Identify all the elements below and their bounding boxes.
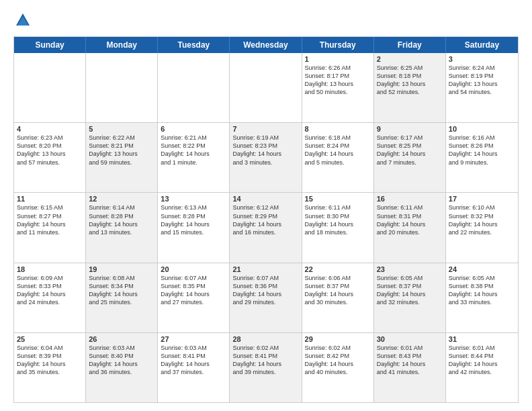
calendar-row-1: 1Sunrise: 6:26 AM Sunset: 8:17 PM Daylig… — [14, 53, 518, 123]
day-info: Sunrise: 6:01 AM Sunset: 8:43 PM Dayligh… — [377, 344, 443, 377]
calendar: SundayMondayTuesdayWednesdayThursdayFrid… — [13, 36, 519, 403]
day-number: 30 — [377, 335, 443, 343]
day-info: Sunrise: 6:04 AM Sunset: 8:39 PM Dayligh… — [17, 344, 83, 377]
day-number: 7 — [232, 125, 298, 133]
day-info: Sunrise: 6:07 AM Sunset: 8:36 PM Dayligh… — [232, 274, 298, 307]
day-number: 17 — [449, 195, 515, 203]
day-number: 6 — [161, 125, 226, 133]
day-number: 4 — [17, 125, 83, 133]
day-number: 9 — [377, 125, 443, 133]
day-number: 13 — [161, 195, 226, 203]
cal-cell-empty-0-2 — [158, 53, 230, 122]
day-info: Sunrise: 6:19 AM Sunset: 8:23 PM Dayligh… — [232, 134, 298, 167]
cal-cell-day-11: 11Sunrise: 6:15 AM Sunset: 8:27 PM Dayli… — [14, 193, 86, 262]
day-number: 1 — [305, 55, 371, 63]
day-info: Sunrise: 6:08 AM Sunset: 8:34 PM Dayligh… — [89, 274, 154, 307]
calendar-row-2: 4Sunrise: 6:23 AM Sunset: 8:20 PM Daylig… — [14, 123, 518, 193]
cal-cell-day-9: 9Sunrise: 6:17 AM Sunset: 8:25 PM Daylig… — [374, 123, 446, 192]
calendar-row-4: 18Sunrise: 6:09 AM Sunset: 8:33 PM Dayli… — [14, 263, 518, 333]
day-number: 16 — [377, 195, 443, 203]
day-info: Sunrise: 6:22 AM Sunset: 8:21 PM Dayligh… — [89, 134, 154, 167]
day-number: 27 — [161, 335, 226, 343]
cal-cell-day-25: 25Sunrise: 6:04 AM Sunset: 8:39 PM Dayli… — [14, 333, 86, 402]
day-info: Sunrise: 6:05 AM Sunset: 8:37 PM Dayligh… — [377, 274, 443, 307]
cal-cell-day-30: 30Sunrise: 6:01 AM Sunset: 8:43 PM Dayli… — [374, 333, 446, 402]
day-number: 5 — [89, 125, 154, 133]
header-day-wednesday: Wednesday — [230, 37, 302, 53]
day-info: Sunrise: 6:13 AM Sunset: 8:28 PM Dayligh… — [161, 203, 226, 236]
header-day-thursday: Thursday — [302, 37, 374, 53]
cal-cell-day-24: 24Sunrise: 6:05 AM Sunset: 8:38 PM Dayli… — [446, 263, 518, 332]
day-number: 28 — [232, 335, 298, 343]
header-day-tuesday: Tuesday — [158, 37, 230, 53]
day-info: Sunrise: 6:02 AM Sunset: 8:41 PM Dayligh… — [232, 344, 298, 377]
day-number: 3 — [449, 55, 515, 63]
cal-cell-day-22: 22Sunrise: 6:06 AM Sunset: 8:37 PM Dayli… — [302, 263, 374, 332]
day-info: Sunrise: 6:25 AM Sunset: 8:18 PM Dayligh… — [377, 64, 443, 97]
cal-cell-day-6: 6Sunrise: 6:21 AM Sunset: 8:22 PM Daylig… — [158, 123, 230, 192]
cal-cell-day-31: 31Sunrise: 6:01 AM Sunset: 8:44 PM Dayli… — [446, 333, 518, 402]
day-number: 31 — [449, 335, 515, 343]
day-number: 20 — [161, 265, 226, 273]
day-number: 8 — [305, 125, 371, 133]
cal-cell-day-12: 12Sunrise: 6:14 AM Sunset: 8:28 PM Dayli… — [86, 193, 158, 262]
cal-cell-day-7: 7Sunrise: 6:19 AM Sunset: 8:23 PM Daylig… — [230, 123, 302, 192]
cal-cell-day-4: 4Sunrise: 6:23 AM Sunset: 8:20 PM Daylig… — [14, 123, 86, 192]
cal-cell-day-28: 28Sunrise: 6:02 AM Sunset: 8:41 PM Dayli… — [230, 333, 302, 402]
day-number: 24 — [449, 265, 515, 273]
cal-cell-day-14: 14Sunrise: 6:12 AM Sunset: 8:29 PM Dayli… — [230, 193, 302, 262]
day-number: 15 — [305, 195, 371, 203]
day-number: 2 — [377, 55, 443, 63]
page: SundayMondayTuesdayWednesdayThursdayFrid… — [0, 0, 532, 411]
day-number: 29 — [305, 335, 371, 343]
header — [13, 11, 519, 30]
day-info: Sunrise: 6:07 AM Sunset: 8:35 PM Dayligh… — [161, 274, 226, 307]
day-info: Sunrise: 6:11 AM Sunset: 8:31 PM Dayligh… — [377, 203, 443, 236]
header-day-saturday: Saturday — [446, 37, 518, 53]
day-number: 21 — [232, 265, 298, 273]
cal-cell-day-5: 5Sunrise: 6:22 AM Sunset: 8:21 PM Daylig… — [86, 123, 158, 192]
day-number: 14 — [232, 195, 298, 203]
day-info: Sunrise: 6:02 AM Sunset: 8:42 PM Dayligh… — [305, 344, 371, 377]
cal-cell-day-18: 18Sunrise: 6:09 AM Sunset: 8:33 PM Dayli… — [14, 263, 86, 332]
calendar-header: SundayMondayTuesdayWednesdayThursdayFrid… — [14, 37, 518, 53]
cal-cell-day-26: 26Sunrise: 6:03 AM Sunset: 8:40 PM Dayli… — [86, 333, 158, 402]
day-number: 22 — [305, 265, 371, 273]
header-day-monday: Monday — [86, 37, 158, 53]
logo-icon — [13, 11, 32, 30]
cal-cell-day-20: 20Sunrise: 6:07 AM Sunset: 8:35 PM Dayli… — [158, 263, 230, 332]
day-info: Sunrise: 6:10 AM Sunset: 8:32 PM Dayligh… — [449, 203, 515, 236]
day-info: Sunrise: 6:06 AM Sunset: 8:37 PM Dayligh… — [305, 274, 371, 307]
cal-cell-day-23: 23Sunrise: 6:05 AM Sunset: 8:37 PM Dayli… — [374, 263, 446, 332]
day-info: Sunrise: 6:21 AM Sunset: 8:22 PM Dayligh… — [161, 134, 226, 167]
cal-cell-day-13: 13Sunrise: 6:13 AM Sunset: 8:28 PM Dayli… — [158, 193, 230, 262]
day-info: Sunrise: 6:11 AM Sunset: 8:30 PM Dayligh… — [305, 203, 371, 236]
cal-cell-empty-0-3 — [230, 53, 302, 122]
day-info: Sunrise: 6:26 AM Sunset: 8:17 PM Dayligh… — [305, 64, 371, 97]
cal-cell-empty-0-0 — [14, 53, 86, 122]
day-number: 12 — [89, 195, 154, 203]
cal-cell-day-8: 8Sunrise: 6:18 AM Sunset: 8:24 PM Daylig… — [302, 123, 374, 192]
cal-cell-day-17: 17Sunrise: 6:10 AM Sunset: 8:32 PM Dayli… — [446, 193, 518, 262]
header-day-sunday: Sunday — [14, 37, 86, 53]
day-info: Sunrise: 6:24 AM Sunset: 8:19 PM Dayligh… — [449, 64, 515, 97]
header-day-friday: Friday — [374, 37, 446, 53]
day-info: Sunrise: 6:17 AM Sunset: 8:25 PM Dayligh… — [377, 134, 443, 167]
calendar-row-5: 25Sunrise: 6:04 AM Sunset: 8:39 PM Dayli… — [14, 333, 518, 402]
day-info: Sunrise: 6:16 AM Sunset: 8:26 PM Dayligh… — [449, 134, 515, 167]
cal-cell-day-27: 27Sunrise: 6:03 AM Sunset: 8:41 PM Dayli… — [158, 333, 230, 402]
day-number: 26 — [89, 335, 154, 343]
day-info: Sunrise: 6:12 AM Sunset: 8:29 PM Dayligh… — [232, 203, 298, 236]
day-info: Sunrise: 6:01 AM Sunset: 8:44 PM Dayligh… — [449, 344, 515, 377]
cal-cell-day-3: 3Sunrise: 6:24 AM Sunset: 8:19 PM Daylig… — [446, 53, 518, 122]
day-number: 18 — [17, 265, 83, 273]
day-info: Sunrise: 6:05 AM Sunset: 8:38 PM Dayligh… — [449, 274, 515, 307]
logo — [13, 11, 35, 30]
cal-cell-day-16: 16Sunrise: 6:11 AM Sunset: 8:31 PM Dayli… — [374, 193, 446, 262]
day-info: Sunrise: 6:15 AM Sunset: 8:27 PM Dayligh… — [17, 203, 83, 236]
day-info: Sunrise: 6:09 AM Sunset: 8:33 PM Dayligh… — [17, 274, 83, 307]
cal-cell-day-15: 15Sunrise: 6:11 AM Sunset: 8:30 PM Dayli… — [302, 193, 374, 262]
cal-cell-day-19: 19Sunrise: 6:08 AM Sunset: 8:34 PM Dayli… — [86, 263, 158, 332]
day-info: Sunrise: 6:03 AM Sunset: 8:40 PM Dayligh… — [89, 344, 154, 377]
cal-cell-day-29: 29Sunrise: 6:02 AM Sunset: 8:42 PM Dayli… — [302, 333, 374, 402]
